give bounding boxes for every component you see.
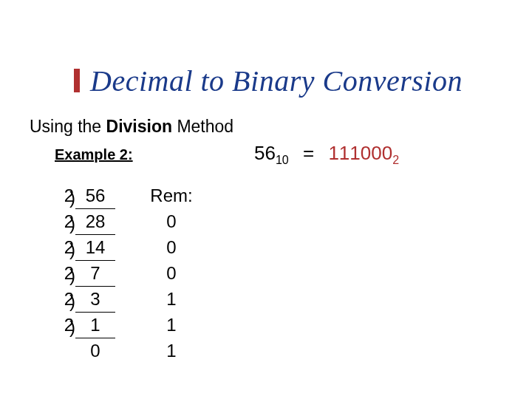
- example-label: Example 2:: [55, 146, 133, 163]
- binary-value: 111000: [328, 142, 392, 164]
- remainder-header: Rem:: [142, 183, 201, 209]
- subtitle-prefix: Using the: [30, 117, 106, 136]
- title-accent-bar: [74, 69, 80, 92]
- division-row: 2 1 1: [53, 313, 201, 338]
- binary-base: 2: [392, 154, 399, 166]
- final-quotient: 0: [75, 338, 115, 364]
- decimal-value: 56: [254, 142, 276, 164]
- division-row: 2 7 0: [53, 261, 201, 287]
- dividend-cell: 28: [75, 209, 112, 235]
- subtitle-suffix: Method: [172, 117, 233, 136]
- slide: Decimal to Binary Conversion Using the D…: [0, 0, 532, 399]
- remainder: 1: [142, 287, 201, 313]
- binary-number: 1110002: [328, 142, 399, 164]
- remainder: 1: [142, 338, 201, 364]
- dividend-cell: 56: [75, 183, 112, 209]
- dividend: 1: [75, 313, 115, 338]
- equals-sign: =: [303, 142, 314, 164]
- dividend: 28: [75, 209, 115, 235]
- decimal-number: 5610: [254, 142, 289, 164]
- subtitle: Using the Division Method: [30, 117, 233, 137]
- dividend-cell: 3: [75, 287, 112, 313]
- decimal-base: 10: [276, 154, 289, 166]
- conversion-equation: 5610 = 1110002: [254, 142, 399, 167]
- remainder: 1: [142, 313, 201, 338]
- dividend: 56: [75, 183, 115, 209]
- dividend-cell: 1: [75, 313, 112, 338]
- slide-title: Decimal to Binary Conversion: [74, 64, 517, 98]
- division-final-row: 0 1: [53, 338, 201, 364]
- division-row: 2 3 1: [53, 287, 201, 313]
- dividend: 7: [75, 261, 115, 287]
- subtitle-bold: Division: [106, 117, 172, 136]
- remainder: 0: [142, 209, 201, 235]
- division-row: 2 56 Rem:: [53, 183, 201, 209]
- dividend: 3: [75, 287, 115, 313]
- title-text: Decimal to Binary Conversion: [90, 64, 463, 98]
- dividend-cell: 14: [75, 235, 112, 261]
- dividend-cell: 7: [75, 261, 112, 287]
- division-row: 2 14 0: [53, 235, 201, 261]
- division-work: 2 56 Rem: 2 28 0 2 14 0 2 7 0 2 3 1 2 1 …: [53, 183, 201, 364]
- divisor-empty: [53, 338, 75, 364]
- dividend: 14: [75, 235, 115, 261]
- remainder: 0: [142, 235, 201, 261]
- remainder: 0: [142, 261, 201, 287]
- final-quotient-cell: 0: [75, 338, 112, 364]
- division-row: 2 28 0: [53, 209, 201, 235]
